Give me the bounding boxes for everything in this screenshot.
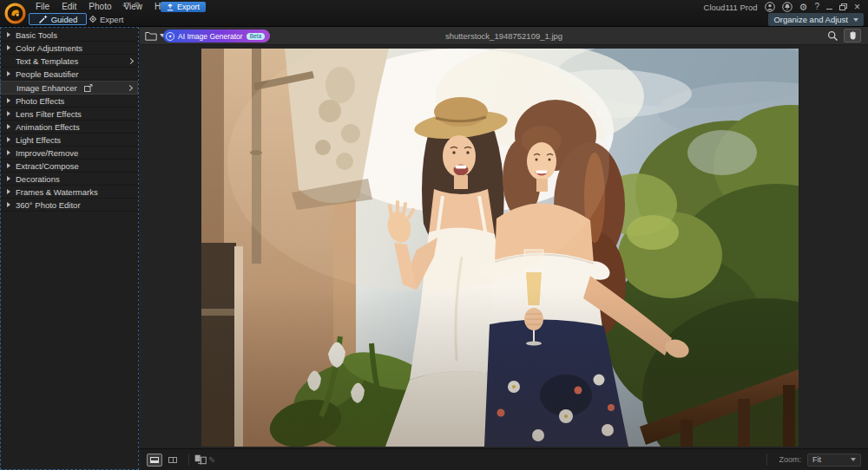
pan-hand-tool[interactable] [844,29,861,42]
restore-window-icon[interactable] [839,3,847,10]
wand-icon [38,15,48,24]
beta-badge: Beta [247,33,265,40]
undo-icon[interactable]: ↶ [122,0,130,11]
photo-editor-window: File Edit Photo View Help ↶ ↷ Export Clo… [0,0,868,470]
zoom-controls: Zoom: Fit [761,454,861,467]
split-view-icon [168,457,177,463]
sidebar-item-label: Lens Filter Effects [16,109,82,119]
close-icon[interactable]: × [854,3,860,11]
menu-photo[interactable]: Photo [82,2,117,11]
sidebar-item-improve-remove[interactable]: Improve/Remove [0,147,138,160]
sidebar-item-label: Decorations [16,174,60,184]
sidebar-item-image-enhancer[interactable]: Image Enhancer [0,81,138,95]
chevron-down-icon [853,18,858,22]
sidebar-item-people-beautifier[interactable]: People Beautifier [0,68,138,81]
sidebar-item-label: People Beautifier [16,69,78,79]
hand-icon [848,30,858,41]
sidebar-item-360-photo-editor[interactable]: 360° Photo Editor [0,199,138,212]
single-view-icon [150,457,159,463]
tools-sidebar: Basic Tools Color Adjustments Text & Tem… [0,27,139,470]
photo-image[interactable] [201,49,799,447]
sidebar-item-light-effects[interactable]: Light Effects [0,134,138,147]
workspace-dropdown[interactable]: Organize and Adjust [768,13,864,26]
chevron-down-icon [851,458,856,461]
sidebar-item-color-adjustments[interactable]: Color Adjustments [0,42,138,55]
sidebar-item-text-templates[interactable]: Text & Templates [0,55,138,68]
edit-pencil-icon: ✎ [208,455,215,465]
expand-triangle-icon [7,137,10,142]
help-icon[interactable]: ? [814,3,819,11]
expert-label: Expert [100,15,123,24]
expand-triangle-icon [7,189,10,194]
ai-image-generator-button[interactable]: ✦ AI Image Generator Beta [163,29,270,42]
settings-gear-icon[interactable]: ⚙ [799,3,808,11]
redo-icon[interactable]: ↷ [134,0,141,11]
expand-triangle-icon [7,111,10,116]
sidebar-item-lens-filter-effects[interactable]: Lens Filter Effects [0,108,138,121]
zoom-level-value: Fit [812,455,821,464]
menu-bar: File Edit Photo View Help [30,1,179,12]
sidebar-item-basic-tools[interactable]: Basic Tools [0,29,138,42]
expand-triangle-icon [7,176,10,181]
sidebar-item-label: Image Enhancer [16,83,77,93]
expand-triangle-icon [7,45,10,50]
view-tools [827,29,861,42]
sidebar-item-label: Color Adjustments [16,43,82,53]
sidebar-item-label: Text & Templates [16,56,78,66]
app-logo-icon [4,3,26,24]
canvas-toolbar: ✦ AI Image Generator Beta shutterstock_1… [140,27,868,45]
sidebar-item-label: 360° Photo Editor [16,200,81,210]
minimize-icon[interactable] [826,5,832,10]
expand-triangle-icon [7,71,10,76]
open-file-name: shutterstock_1948752109_1.jpg [313,27,694,45]
compare-view-button[interactable] [165,454,181,467]
sidebar-item-label: Extract/Compose [16,161,79,171]
sidebar-item-label: Animation Effects [16,122,80,132]
tab-guided[interactable]: Guided [29,13,87,25]
folder-icon [145,30,157,41]
sidebar-item-label: Basic Tools [16,30,57,40]
guided-label: Guided [51,15,78,24]
chevron-right-icon [128,57,134,63]
sidebar-item-extract-compose[interactable]: Extract/Compose [0,160,138,173]
status-bar: ✎ Zoom: Fit [140,448,868,470]
export-icon [167,3,174,11]
window-controls: Cloud111 Prod ⚙ ? × [704,2,860,12]
export-button[interactable]: Export [161,2,206,12]
workspace-dropdown-value: Organize and Adjust [773,15,848,24]
single-view-button[interactable] [147,454,162,467]
tab-expert[interactable]: Expert [90,13,123,25]
expand-triangle-icon [7,98,10,103]
sidebar-item-label: Light Effects [16,135,61,145]
expand-triangle-icon [7,150,10,155]
expand-triangle-icon [7,32,10,37]
menu-edit[interactable]: Edit [56,2,82,11]
menu-file[interactable]: File [30,2,56,11]
sidebar-item-frames-watermarks[interactable]: Frames & Watermarks [0,186,138,199]
expert-icon [89,16,96,23]
ai-sparkle-icon: ✦ [166,32,174,41]
sidebar-item-animation-effects[interactable]: Animation Effects [0,121,138,134]
before-after-swap-icon[interactable] [194,454,207,465]
expand-triangle-icon [7,124,10,129]
zoom-tool-icon[interactable] [827,30,838,42]
sidebar-item-label: Improve/Remove [16,148,78,158]
export-label: Export [177,3,200,11]
chevron-right-icon [127,84,133,90]
sidebar-item-label: Frames & Watermarks [16,187,98,197]
sidebar-item-photo-effects[interactable]: Photo Effects [0,95,138,108]
account-icon[interactable] [765,2,775,12]
folder-button[interactable] [145,30,165,41]
account-name: Cloud111 Prod [704,3,758,12]
zoom-level-dropdown[interactable]: Fit [807,454,861,467]
expand-triangle-icon [7,163,10,168]
sidebar-item-decorations[interactable]: Decorations [0,173,138,186]
ai-button-label: AI Image Generator [178,32,243,41]
expand-triangle-icon [7,202,10,207]
sidebar-item-label: Photo Effects [16,96,64,106]
notifications-icon[interactable] [782,2,792,12]
zoom-label: Zoom: [779,455,801,464]
top-bar: File Edit Photo View Help ↶ ↷ Export Clo… [0,0,868,27]
enhance-icon [84,84,93,92]
